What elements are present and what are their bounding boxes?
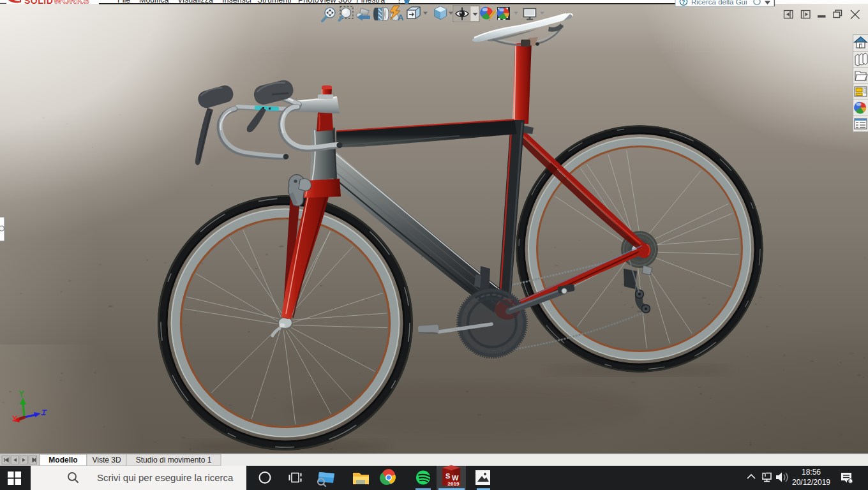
svg-text:Viste 3D: Viste 3D <box>92 456 121 464</box>
svg-text:20/12/2019: 20/12/2019 <box>792 478 830 487</box>
svg-text:Studio di movimento 1: Studio di movimento 1 <box>136 456 212 464</box>
svg-text:Ricerca della Gui: Ricerca della Gui <box>691 0 747 6</box>
svg-text:Modello: Modello <box>49 456 77 464</box>
svg-text:S: S <box>445 472 450 480</box>
svg-text:A: A <box>398 13 404 22</box>
svg-text:2019: 2019 <box>448 481 460 487</box>
svg-text:Scrivi qui per eseguire la ric: Scrivi qui per eseguire la ricerca <box>97 472 234 483</box>
svg-text:?: ? <box>682 0 685 5</box>
svg-text:18:56: 18:56 <box>802 468 821 477</box>
